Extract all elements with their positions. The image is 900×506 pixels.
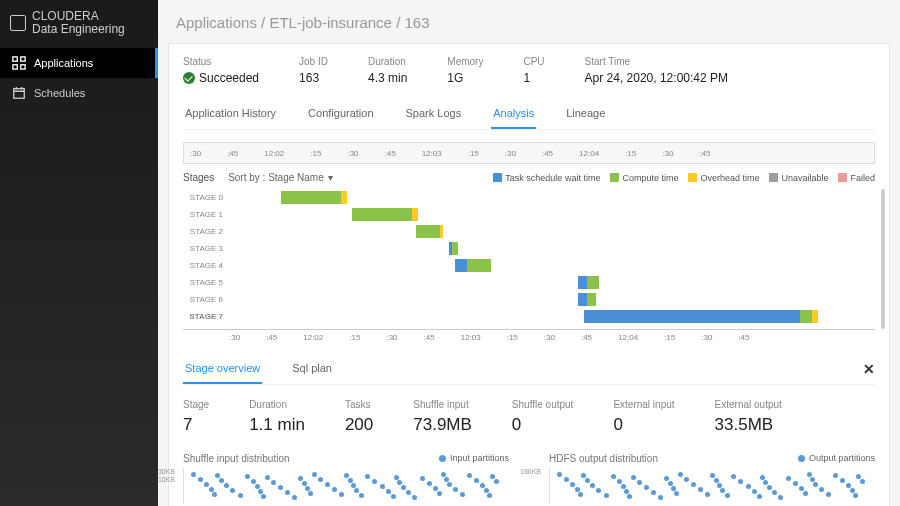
point [204,482,209,487]
gantt-bar[interactable] [578,276,599,289]
timeline-ruler[interactable]: :30:4512:02:15:30:4512:03:15:30:4512:04:… [183,142,875,164]
gantt-bar[interactable] [449,242,458,255]
breadcrumb-root[interactable]: Applications [176,14,257,31]
gantt-row[interactable]: STAGE 5 [183,274,875,291]
tab-configuration[interactable]: Configuration [306,99,375,129]
point [386,489,391,494]
point [585,478,590,483]
point [725,493,730,498]
scatter-left[interactable]: 430KB410KB [183,468,509,504]
point [813,482,818,487]
stages-label: Stages [183,172,214,183]
point [467,473,472,478]
point [332,487,337,492]
sidebar: CLOUDERA Data Engineering ApplicationsSc… [0,0,158,506]
subtab-sql-plan[interactable]: Sql plan [290,354,334,384]
tab-lineage[interactable]: Lineage [564,99,607,129]
point [265,475,270,480]
ov-extout-label: External output [715,399,782,410]
scatter-right[interactable]: 186KB [549,468,875,504]
close-icon[interactable]: ✕ [863,361,875,377]
gantt-axis: :30:4512:02:15:30:4512:03:15:30:4512:04:… [183,329,875,342]
gantt-track [229,308,875,325]
stage-label: STAGE 5 [183,278,229,287]
start-value: Apr 24, 2020, 12:00:42 PM [585,71,728,85]
point [604,493,609,498]
bar-segment-compute [467,259,491,272]
scrollbar[interactable] [881,189,885,329]
point [799,486,804,491]
point [691,482,696,487]
jobid-value: 163 [299,71,328,85]
point [420,476,425,481]
point [219,478,224,483]
tick: :45 [738,333,749,342]
gantt-row[interactable]: STAGE 7 [183,308,875,325]
gantt-bar[interactable] [281,191,347,204]
point [224,483,229,488]
point [401,485,406,490]
point [212,492,217,497]
legend-item: Overhead time [688,173,759,183]
memory-value: 1G [447,71,483,85]
gantt-bar[interactable] [416,225,443,238]
stage-label: STAGE 4 [183,261,229,270]
chevron-down-icon: ▾ [328,172,333,183]
tick: :45 [266,333,277,342]
main: Applications / ETL-job-insurance / 163 S… [158,0,900,506]
gantt-row[interactable]: STAGE 6 [183,291,875,308]
gantt-row[interactable]: STAGE 3 [183,240,875,257]
point [846,483,851,488]
point [480,483,485,488]
stage-label: STAGE 2 [183,227,229,236]
point [325,482,330,487]
gantt-row[interactable]: STAGE 1 [183,206,875,223]
gantt-bar[interactable] [584,310,818,323]
tab-application-history[interactable]: Application History [183,99,278,129]
gantt-track [229,189,875,206]
stage-label: STAGE 1 [183,210,229,219]
gantt-track [229,206,875,223]
tick: :30 [701,333,712,342]
tick: :30 [347,149,358,158]
point [678,472,683,477]
point [292,495,297,500]
tab-spark-logs[interactable]: Spark Logs [404,99,464,129]
bar-segment-wait [584,310,800,323]
gantt-row[interactable]: STAGE 4 [183,257,875,274]
point [447,482,452,487]
gantt-bar[interactable] [455,259,491,272]
point [674,491,679,496]
sidebar-item-applications[interactable]: Applications [0,48,158,78]
bar-segment-wait [578,276,587,289]
jobid-label: Job ID [299,56,328,67]
point [245,474,250,479]
stage-label: STAGE 7 [183,312,229,321]
point [856,474,861,479]
tick: 12:03 [422,149,442,158]
success-icon [183,72,195,84]
sort-by[interactable]: Sort by : Stage Name ▾ [228,172,333,183]
gantt-bar[interactable] [352,208,418,221]
gantt-row[interactable]: STAGE 2 [183,223,875,240]
svg-rect-2 [13,65,17,69]
sidebar-item-schedules[interactable]: Schedules [0,78,158,108]
subtabs: Stage overviewSql plan ✕ [183,354,875,385]
status-value: Succeeded [199,71,259,85]
breadcrumb-id: 163 [404,14,429,31]
point [298,476,303,481]
breadcrumb-item[interactable]: ETL-job-insurance [269,14,392,31]
point [474,478,479,483]
subtab-stage-overview[interactable]: Stage overview [183,354,262,384]
gantt-bar[interactable] [578,293,596,306]
cpu-value: 1 [523,71,544,85]
point [658,495,663,500]
point [271,480,276,485]
legend-item: Failed [838,173,875,183]
tab-analysis[interactable]: Analysis [491,99,536,129]
gantt-row[interactable]: STAGE 0 [183,189,875,206]
legend-swatch [769,173,778,182]
breadcrumb: Applications / ETL-job-insurance / 163 [158,0,900,43]
svg-rect-3 [21,65,25,69]
gantt-chart[interactable]: STAGE 0STAGE 1STAGE 2STAGE 3STAGE 4STAGE… [183,189,875,325]
